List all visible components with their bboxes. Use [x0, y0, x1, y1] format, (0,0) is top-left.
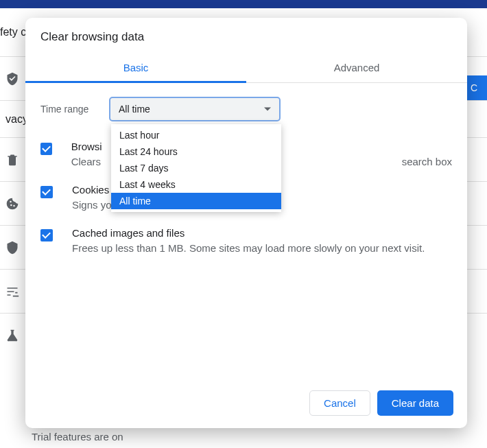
clear-data-button[interactable]: Clear data — [377, 390, 453, 416]
dialog-title: Clear browsing data — [25, 18, 467, 54]
clear-label: Clear data — [392, 397, 439, 409]
bg-topbar — [0, 0, 487, 8]
dialog-footer: Cancel Clear data — [25, 379, 467, 428]
cancel-label: Cancel — [324, 397, 356, 409]
clear-browsing-data-dialog: Clear browsing data Basic Advanced Time … — [25, 18, 467, 428]
option-subtitle: Frees up less than 1 MB. Some sites may … — [72, 241, 425, 255]
option-title-left: Browsi — [71, 141, 102, 152]
time-range-label: Time range — [40, 104, 109, 115]
dialog-content: Time range All time Last hour Last 24 ho… — [25, 83, 467, 379]
time-range-value: All time — [119, 104, 150, 115]
option-title: Cached images and files — [72, 227, 425, 239]
sliders-icon — [5, 285, 19, 298]
tab-basic-label: Basic — [123, 62, 149, 73]
shield-check-icon — [5, 72, 19, 86]
dropdown-option-last-hour[interactable]: Last hour — [111, 127, 281, 143]
bg-privacy-label: vacy — [5, 113, 28, 126]
time-range-dropdown: Last hour Last 24 hours Last 7 days Last… — [111, 124, 281, 212]
checkbox-cache[interactable] — [40, 229, 53, 241]
dropdown-option-all-time[interactable]: All time — [111, 193, 281, 209]
shield-icon — [5, 241, 19, 255]
trash-icon — [5, 153, 19, 167]
flask-icon — [5, 329, 19, 342]
cookie-icon — [5, 197, 19, 211]
dropdown-option-last-4w[interactable]: Last 4 weeks — [111, 176, 281, 193]
tab-advanced-label: Advanced — [334, 62, 380, 73]
subtitle-right: search box — [402, 155, 452, 169]
option-cache: Cached images and files Frees up less th… — [40, 227, 452, 255]
time-range-row: Time range All time Last hour Last 24 ho… — [40, 97, 452, 121]
checkbox-browsing-history[interactable] — [40, 143, 52, 155]
dropdown-option-last-7d[interactable]: Last 7 days — [111, 160, 281, 176]
subtitle-left: Clears — [71, 155, 101, 169]
checkbox-cookies[interactable] — [40, 186, 53, 198]
cancel-button[interactable]: Cancel — [309, 390, 370, 416]
tab-advanced[interactable]: Advanced — [246, 54, 467, 82]
option-text: Cached images and files Frees up less th… — [72, 227, 425, 255]
dialog-tabs: Basic Advanced — [25, 54, 467, 83]
bg-trial-text: Trial features are on — [32, 431, 123, 443]
tab-basic[interactable]: Basic — [25, 54, 246, 82]
check-label-fragment: C — [471, 82, 477, 93]
caret-down-icon — [264, 108, 271, 111]
dropdown-option-last-24h[interactable]: Last 24 hours — [111, 143, 281, 160]
time-range-select[interactable]: All time Last hour Last 24 hours Last 7 … — [109, 97, 281, 121]
